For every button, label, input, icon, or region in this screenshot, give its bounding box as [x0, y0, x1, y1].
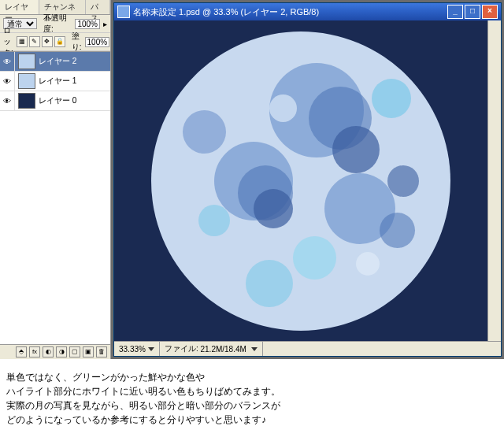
layers-panel: レイヤー チャンネル パス 通常 不透明度: 100% ▸ ロック: ▦ ✎ ✥…: [0, 0, 111, 359]
chevron-down-icon[interactable]: [148, 347, 154, 351]
layer-item[interactable]: 👁 レイヤー 0: [0, 91, 110, 111]
layer-name: レイヤー 0: [39, 95, 76, 106]
layer-name: レイヤー 2: [39, 56, 76, 67]
folder-icon[interactable]: ▢: [69, 346, 80, 357]
horizontal-scrollbar[interactable]: [263, 342, 501, 356]
layer-thumb: [18, 93, 35, 109]
opacity-value[interactable]: 100%: [75, 19, 100, 29]
vertical-scrollbar[interactable]: [487, 20, 501, 341]
fx-icon[interactable]: fx: [29, 346, 40, 357]
app-icon: [117, 6, 130, 18]
titlebar: 名称未設定 1.psd @ 33.3% (レイヤー 2, RGB/8) _ □ …: [114, 3, 501, 20]
chevron-down-icon[interactable]: [251, 347, 258, 351]
mask-icon[interactable]: ◐: [43, 346, 54, 357]
lock-position-icon[interactable]: ✥: [42, 36, 53, 47]
layer-list: 👁 レイヤー 2 👁 レイヤー 1 👁 レイヤー 0: [0, 51, 110, 344]
moon-artwork: [151, 31, 450, 331]
document-title: 名称未設定 1.psd @ 33.3% (レイヤー 2, RGB/8): [133, 6, 447, 18]
close-button[interactable]: ×: [482, 5, 498, 19]
layer-item[interactable]: 👁 レイヤー 1: [0, 72, 110, 91]
lock-transparency-icon[interactable]: ▦: [17, 36, 28, 47]
chevron-right-icon[interactable]: ▸: [103, 20, 107, 28]
fill-value[interactable]: 100%: [85, 37, 110, 47]
maximize-button[interactable]: □: [465, 5, 480, 19]
link-icon[interactable]: ⬘: [16, 346, 27, 357]
adjustment-icon[interactable]: ◑: [56, 346, 67, 357]
eye-icon[interactable]: 👁: [0, 52, 15, 71]
new-layer-icon[interactable]: ▣: [83, 346, 94, 357]
layer-item[interactable]: 👁 レイヤー 2: [0, 52, 110, 72]
zoom-level[interactable]: 33.33%: [114, 342, 160, 356]
lock-all-icon[interactable]: 🔒: [54, 36, 65, 47]
layer-thumb: [18, 73, 35, 89]
statusbar: 33.33% ファイル: 21.2M/18.4M: [114, 341, 501, 356]
trash-icon[interactable]: 🗑: [96, 346, 107, 357]
tab-layers[interactable]: レイヤー: [0, 0, 39, 14]
layer-thumb: [18, 54, 35, 69]
caption-text: 単色ではなく、グリーンがかった鮮やかな色や ハイライト部分にホワイトに近い明るい…: [0, 359, 504, 426]
canvas-viewport[interactable]: [114, 20, 487, 341]
lock-paint-icon[interactable]: ✎: [29, 36, 40, 47]
opacity-label: 不透明度:: [43, 13, 72, 35]
eye-icon[interactable]: 👁: [0, 72, 15, 91]
minimize-button[interactable]: _: [447, 5, 463, 19]
panel-footer: ⬘ fx ◐ ◑ ▢ ▣ 🗑: [0, 344, 110, 359]
eye-icon[interactable]: 👁: [0, 91, 15, 110]
layer-name: レイヤー 1: [39, 76, 76, 87]
tab-paths[interactable]: パス: [86, 0, 110, 14]
document-window: 名称未設定 1.psd @ 33.3% (レイヤー 2, RGB/8) _ □ …: [113, 2, 502, 357]
filesize-info: ファイル: 21.2M/18.4M: [160, 342, 263, 356]
fill-label: 塗り:: [72, 31, 82, 53]
canvas-area: 名称未設定 1.psd @ 33.3% (レイヤー 2, RGB/8) _ □ …: [111, 0, 504, 359]
